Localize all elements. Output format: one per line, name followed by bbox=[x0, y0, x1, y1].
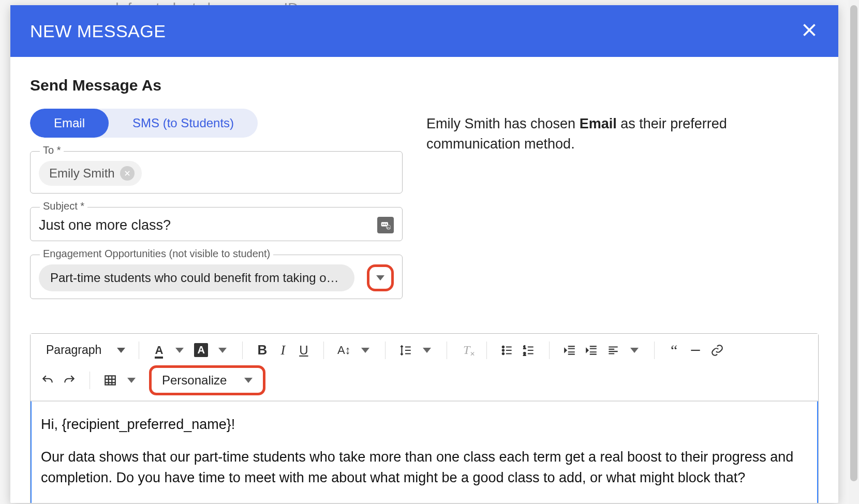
redo-button[interactable] bbox=[60, 369, 79, 391]
underline-button[interactable]: U bbox=[294, 339, 313, 361]
outdent-button[interactable] bbox=[560, 339, 580, 361]
send-as-heading: Send Message As bbox=[30, 77, 819, 94]
close-button[interactable] bbox=[800, 21, 819, 41]
tab-email[interactable]: Email bbox=[30, 109, 109, 138]
form-left: Email SMS (to Students) To * Emily Smith… bbox=[30, 109, 403, 313]
personalize-label: Personalize bbox=[162, 373, 227, 388]
bg-color-button[interactable]: A bbox=[191, 339, 211, 361]
horizontal-rule-button[interactable] bbox=[686, 339, 705, 361]
line-height-button[interactable] bbox=[396, 339, 416, 361]
engagement-dropdown-button[interactable] bbox=[367, 264, 394, 291]
chevron-down-icon bbox=[127, 378, 136, 383]
editor-toolbar: Paragraph A A B I U bbox=[31, 334, 818, 401]
scroll-thumb[interactable] bbox=[850, 5, 857, 481]
align-icon bbox=[606, 344, 620, 357]
align-button[interactable] bbox=[603, 339, 623, 361]
numbered-list-button[interactable]: 12 bbox=[519, 339, 539, 361]
body-line-2: Our data shows that our part-time studen… bbox=[41, 447, 808, 488]
svg-point-1 bbox=[382, 224, 383, 225]
svg-text:2: 2 bbox=[523, 351, 526, 356]
modal-title: NEW MESSAGE bbox=[30, 21, 166, 41]
align-caret[interactable] bbox=[625, 339, 644, 361]
undo-icon bbox=[41, 374, 54, 387]
bullet-list-icon bbox=[500, 344, 514, 357]
channel-toggle: Email SMS (to Students) bbox=[30, 109, 258, 138]
outdent-icon bbox=[563, 344, 576, 357]
font-size-caret[interactable] bbox=[356, 339, 375, 361]
engagement-chip: Part-time students who could benefit fro… bbox=[39, 264, 354, 291]
chevron-down-icon bbox=[376, 275, 384, 280]
blockquote-button[interactable]: “ bbox=[665, 339, 684, 361]
chevron-down-icon bbox=[361, 348, 369, 353]
link-button[interactable] bbox=[707, 339, 727, 361]
preferred-name: Emily Smith bbox=[426, 116, 500, 131]
redo-icon bbox=[63, 374, 76, 387]
font-size-button[interactable]: A↕ bbox=[334, 339, 354, 361]
template-picker-icon[interactable]: 9+ bbox=[377, 217, 394, 233]
indent-button[interactable] bbox=[582, 339, 601, 361]
remove-recipient-button[interactable] bbox=[120, 166, 135, 181]
svg-point-8 bbox=[502, 352, 503, 354]
preferred-verb: has chosen bbox=[504, 116, 575, 131]
text-color-caret[interactable] bbox=[170, 339, 189, 361]
hr-icon bbox=[689, 344, 702, 357]
table-icon bbox=[103, 374, 117, 387]
tab-sms[interactable]: SMS (to Students) bbox=[109, 109, 258, 138]
bg-color-caret[interactable] bbox=[213, 339, 232, 361]
block-format-label: Paragraph bbox=[46, 343, 101, 357]
engagement-label: Engagement Opportunities (not visible to… bbox=[40, 248, 273, 260]
to-field[interactable]: To * Emily Smith bbox=[30, 151, 403, 194]
preferred-method-note: Emily Smith has chosen Email as their pr… bbox=[426, 109, 819, 154]
indent-icon bbox=[585, 344, 598, 357]
chevron-down-icon bbox=[175, 348, 184, 353]
close-icon bbox=[124, 170, 131, 177]
subject-field[interactable]: Subject * 9+ bbox=[30, 207, 403, 241]
line-height-icon bbox=[399, 344, 412, 357]
recipient-chip: Emily Smith bbox=[39, 161, 142, 186]
new-message-modal: NEW MESSAGE Send Message As Email SMS (t… bbox=[10, 5, 838, 503]
engagement-field[interactable]: Engagement Opportunities (not visible to… bbox=[30, 255, 403, 299]
subject-label: Subject * bbox=[40, 200, 87, 212]
text-color-button[interactable]: A bbox=[150, 339, 168, 361]
template-icon: 9+ bbox=[380, 220, 391, 230]
numbered-list-icon: 12 bbox=[522, 344, 536, 357]
subject-input[interactable] bbox=[39, 217, 371, 233]
scroll-track bbox=[849, 0, 859, 504]
svg-point-7 bbox=[502, 349, 503, 351]
bullet-list-button[interactable] bbox=[497, 339, 517, 361]
svg-point-3 bbox=[386, 224, 387, 225]
bold-button[interactable]: B bbox=[253, 339, 272, 361]
italic-button[interactable]: I bbox=[274, 339, 292, 361]
chevron-down-icon bbox=[218, 348, 227, 353]
rich-text-editor: Paragraph A A B I U bbox=[30, 333, 819, 503]
recipient-name: Emily Smith bbox=[49, 166, 115, 181]
to-label: To * bbox=[40, 144, 64, 156]
svg-rect-11 bbox=[105, 376, 115, 384]
close-icon bbox=[800, 21, 819, 39]
form-columns: Email SMS (to Students) To * Emily Smith… bbox=[30, 109, 819, 313]
table-button[interactable] bbox=[100, 369, 120, 391]
message-body-input[interactable]: Hi, {recipient_preferred_name}! Our data… bbox=[31, 401, 818, 503]
preferred-method: Email bbox=[580, 116, 617, 131]
svg-text:9+: 9+ bbox=[387, 226, 391, 229]
link-icon bbox=[710, 344, 724, 357]
personalize-dropdown[interactable]: Personalize bbox=[149, 365, 265, 395]
svg-text:1: 1 bbox=[523, 344, 526, 349]
clear-format-button[interactable]: T✕ bbox=[457, 339, 476, 361]
svg-point-6 bbox=[502, 346, 503, 347]
undo-button[interactable] bbox=[38, 369, 57, 391]
svg-point-2 bbox=[384, 224, 385, 225]
chevron-down-icon bbox=[117, 348, 125, 353]
body-line-1: Hi, {recipient_preferred_name}! bbox=[41, 414, 808, 435]
line-height-caret[interactable] bbox=[418, 339, 436, 361]
block-format-select[interactable]: Paragraph bbox=[38, 339, 134, 361]
table-caret[interactable] bbox=[122, 369, 141, 391]
chevron-down-icon bbox=[423, 348, 431, 353]
chevron-down-icon bbox=[630, 348, 639, 353]
modal-header: NEW MESSAGE bbox=[10, 5, 838, 57]
modal-body: Send Message As Email SMS (to Students) … bbox=[10, 57, 838, 503]
chevron-down-icon bbox=[244, 378, 253, 383]
